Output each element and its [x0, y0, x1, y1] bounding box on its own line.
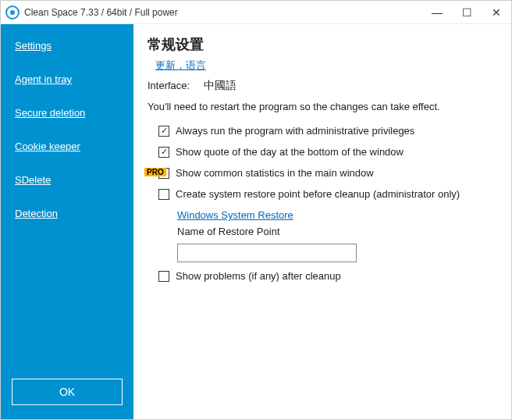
- body: Settings Agent in tray Secure deletion C…: [1, 24, 511, 419]
- option-restore: Create system restore point before clean…: [158, 188, 497, 200]
- interface-label: Interface:: [148, 80, 190, 91]
- sidebar-item-agent[interactable]: Agent in tray: [1, 73, 133, 85]
- update-language-link[interactable]: 更新，语言: [155, 59, 206, 71]
- label-stats: Show common statistics in the main windo…: [176, 167, 374, 179]
- restart-note: You'll need to restart the program so th…: [148, 101, 497, 112]
- label-quote: Show quote of the day at the bottom of t…: [176, 146, 404, 158]
- windows-system-restore-link[interactable]: Windows System Restore: [177, 209, 293, 221]
- option-quote: Show quote of the day at the bottom of t…: [158, 146, 497, 158]
- option-problems: Show problems (if any) after cleanup: [158, 270, 497, 282]
- pro-badge: PRO: [144, 168, 166, 176]
- titlebar: Clean Space 7.33 / 64bit / Full power — …: [1, 1, 511, 24]
- checkbox-quote[interactable]: [158, 147, 169, 158]
- sidebar-item-sdelete[interactable]: SDelete: [1, 174, 133, 186]
- label-restore: Create system restore point before clean…: [176, 188, 460, 200]
- option-stats: PRO Show common statistics in the main w…: [158, 167, 497, 179]
- maximize-button[interactable]: ☐: [452, 1, 482, 24]
- window-title: Clean Space 7.33 / 64bit / Full power: [24, 7, 422, 18]
- restore-point-name-input[interactable]: [177, 244, 357, 262]
- checkbox-problems[interactable]: [158, 271, 169, 282]
- option-admin: Always run the program with administrati…: [158, 125, 497, 137]
- sidebar-item-detection[interactable]: Detection: [1, 208, 133, 219]
- checkbox-admin[interactable]: [158, 126, 169, 137]
- interface-row: Interface: 中國語: [148, 79, 497, 93]
- main-panel: 常规设置 更新，语言 Interface: 中國語 You'll need to…: [133, 24, 511, 419]
- sidebar-item-settings[interactable]: Settings: [1, 40, 133, 52]
- minimize-button[interactable]: —: [422, 1, 452, 24]
- page-title: 常规设置: [148, 35, 497, 54]
- restore-point-name-label: Name of Restore Point: [177, 226, 497, 237]
- sidebar: Settings Agent in tray Secure deletion C…: [1, 24, 133, 419]
- label-admin: Always run the program with administrati…: [176, 125, 414, 137]
- close-button[interactable]: ✕: [482, 1, 511, 24]
- sidebar-item-secure-deletion[interactable]: Secure deletion: [1, 107, 133, 119]
- app-icon: [5, 5, 20, 20]
- sidebar-item-cookie-keeper[interactable]: Cookie keeper: [1, 141, 133, 152]
- ok-button[interactable]: OK: [12, 379, 123, 405]
- checkbox-restore[interactable]: [158, 189, 169, 200]
- interface-value: 中國語: [204, 79, 236, 91]
- label-problems: Show problems (if any) after cleanup: [176, 270, 341, 282]
